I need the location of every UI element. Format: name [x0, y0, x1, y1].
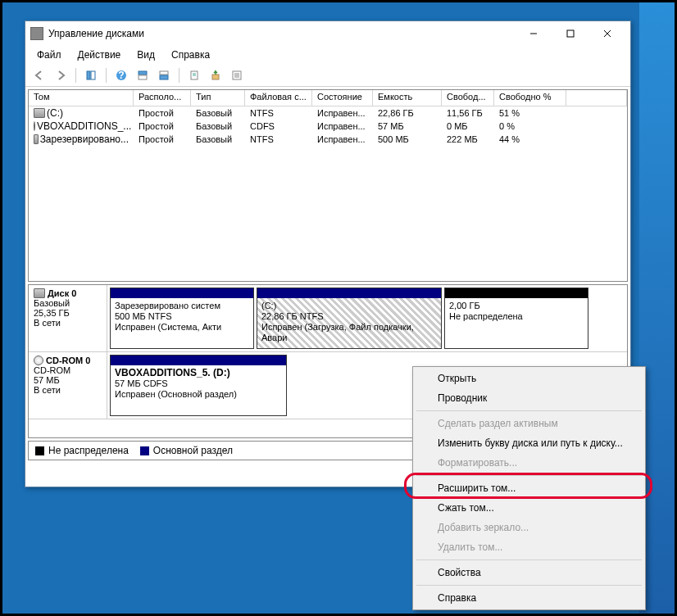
ctx-properties[interactable]: Свойства [415, 563, 643, 582]
col-type[interactable]: Тип [191, 90, 245, 106]
cell-cap: 500 МБ [373, 134, 442, 144]
titlebar[interactable]: Управление дисками [25, 21, 630, 46]
view-top-button[interactable] [134, 66, 152, 84]
svg-rect-15 [212, 75, 219, 79]
table-row[interactable]: VBOXADDITIONS_...ПростойБазовыйCDFSИспра… [29, 120, 627, 133]
partition[interactable]: 2,00 ГБНе распределена [444, 288, 588, 349]
cell-cap: 57 МБ [373, 121, 442, 131]
close-button[interactable] [588, 22, 625, 45]
legend-unallocated-label: Не распределена [48, 445, 129, 456]
cell-state: Исправен... [312, 134, 373, 144]
menu-help[interactable]: Справка [165, 48, 216, 62]
cell-vol: (C:) [29, 107, 134, 119]
legend-primary-icon [140, 446, 149, 455]
context-menu: Открыть Проводник Сделать раздел активны… [412, 366, 646, 610]
ctx-delete-volume: Удалить том... [415, 537, 643, 557]
svg-rect-4 [87, 71, 90, 79]
col-layout[interactable]: Располо... [134, 90, 191, 106]
cell-freepct: 0 % [494, 121, 566, 131]
app-icon [30, 27, 43, 40]
menu-action[interactable]: Действие [71, 48, 128, 62]
cell-fs: NTFS [245, 108, 312, 118]
svg-rect-10 [160, 71, 168, 75]
cell-free: 0 МБ [442, 121, 494, 131]
table-row[interactable]: Зарезервировано...ПростойБазовыйNTFSИспр… [29, 133, 627, 146]
svg-rect-9 [139, 75, 147, 79]
help-button[interactable]: ? [112, 66, 130, 84]
partition[interactable]: Зарезервировано систем500 МБ NTFSИсправе… [110, 288, 254, 349]
svg-rect-1 [567, 30, 574, 37]
disk-row: Диск 0Базовый25,35 ГБВ сетиЗарезервирова… [29, 285, 627, 352]
cell-fs: NTFS [245, 134, 312, 144]
svg-rect-11 [160, 75, 168, 79]
cell-freepct: 44 % [494, 134, 566, 144]
cell-cap: 22,86 ГБ [373, 108, 442, 118]
cell-layout: Простой [134, 121, 191, 131]
forward-button[interactable] [52, 66, 70, 84]
ctx-explorer[interactable]: Проводник [415, 388, 643, 408]
menu-view[interactable]: Вид [130, 48, 161, 62]
cell-state: Исправен... [312, 121, 373, 131]
cell-type: Базовый [191, 121, 245, 131]
partition[interactable]: (C:)22,86 ГБ NTFSИсправен (Загрузка, Фай… [257, 288, 442, 349]
col-volume[interactable]: Том [29, 90, 134, 106]
action-list-button[interactable] [228, 66, 246, 84]
cell-free: 11,56 ГБ [442, 108, 494, 118]
cell-layout: Простой [134, 134, 191, 144]
menu-file[interactable]: Файл [30, 48, 68, 62]
ctx-format: Форматировать... [415, 453, 643, 473]
menubar: Файл Действие Вид Справка [25, 46, 630, 64]
properties-button[interactable] [185, 66, 203, 84]
ctx-add-mirror: Добавить зеркало... [415, 518, 643, 537]
cell-fs: CDFS [245, 121, 312, 131]
col-capacity[interactable]: Емкость [373, 90, 442, 106]
cell-layout: Простой [134, 108, 191, 118]
column-headers: Том Располо... Тип Файловая с... Состоян… [29, 90, 627, 106]
show-hide-tree-button[interactable] [82, 66, 100, 84]
svg-text:?: ? [118, 70, 124, 81]
cell-free: 222 МБ [442, 134, 494, 144]
col-freepct[interactable]: Свободно % [494, 90, 566, 106]
cell-type: Базовый [191, 134, 245, 144]
ctx-extend-volume[interactable]: Расширить том... [415, 478, 643, 498]
col-state[interactable]: Состояние [312, 90, 373, 106]
volume-list[interactable]: Том Располо... Тип Файловая с... Состоян… [28, 89, 628, 282]
maximize-button[interactable] [552, 22, 588, 45]
disk-info[interactable]: Диск 0Базовый25,35 ГБВ сети [29, 285, 107, 351]
col-free[interactable]: Свобод... [442, 90, 494, 106]
cell-vol: VBOXADDITIONS_... [29, 120, 134, 132]
ctx-make-active: Сделать раздел активным [415, 414, 643, 433]
table-row[interactable]: (C:)ПростойБазовыйNTFSИсправен...22,86 Г… [29, 106, 627, 120]
col-spacer [566, 90, 627, 106]
disk-info[interactable]: CD-ROM 0CD-ROM57 МБВ сети [29, 352, 107, 419]
ctx-shrink-volume[interactable]: Сжать том... [415, 498, 643, 518]
minimize-button[interactable] [515, 22, 552, 45]
legend-primary-label: Основной раздел [153, 445, 233, 456]
toolbar: ? [25, 64, 630, 87]
view-bottom-button[interactable] [155, 66, 173, 84]
svg-rect-5 [91, 71, 95, 79]
partition[interactable]: VBOXADDITIONS_5. (D:)57 МБ CDFSИсправен … [110, 355, 287, 416]
back-button[interactable] [30, 66, 48, 84]
cell-state: Исправен... [312, 108, 373, 118]
refresh-button[interactable] [207, 66, 225, 84]
window-title: Управление дисками [48, 28, 515, 39]
legend-unallocated-icon [35, 446, 44, 455]
cell-type: Базовый [191, 108, 245, 118]
ctx-open[interactable]: Открыть [415, 369, 643, 388]
svg-rect-8 [139, 71, 147, 75]
cell-vol: Зарезервировано... [29, 134, 134, 145]
ctx-change-letter[interactable]: Изменить букву диска или путь к диску... [415, 433, 643, 453]
cell-freepct: 51 % [494, 108, 566, 118]
ctx-help[interactable]: Справка [415, 588, 643, 608]
col-fs[interactable]: Файловая с... [245, 90, 312, 106]
